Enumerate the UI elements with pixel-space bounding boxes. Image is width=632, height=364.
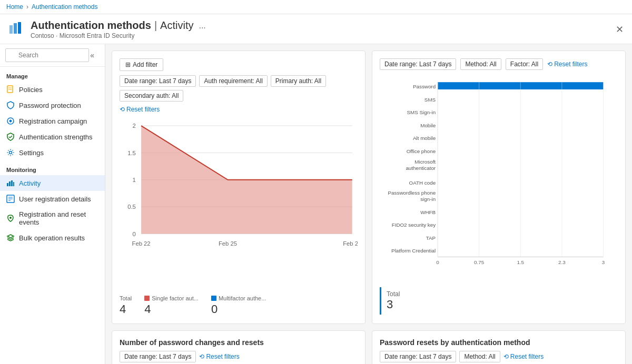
- svg-text:SMS Sign-in: SMS Sign-in: [407, 109, 436, 115]
- filter-bar-main: ⊞ Add filter: [120, 58, 358, 71]
- manage-section-label: Manage: [0, 67, 105, 82]
- sidebar-item-bulk-op[interactable]: Bulk operation results: [0, 230, 105, 246]
- page-header: Authentication methods | Activity ... Co…: [0, 14, 632, 44]
- settings-label: Settings: [19, 149, 44, 157]
- more-options-btn[interactable]: ...: [199, 21, 205, 31]
- total-multi-label: Multifactor authe...: [211, 295, 266, 301]
- close-button[interactable]: ✕: [616, 24, 624, 35]
- svg-text:2: 2: [133, 123, 136, 129]
- password-resets-filters: Date range: Last 7 days Method: All ⟲ Re…: [380, 351, 618, 362]
- bar-chart-card: Date range: Last 7 days Method: All Fact…: [372, 50, 626, 324]
- sidebar-item-password-protection[interactable]: Password protection: [0, 97, 105, 113]
- breadcrumb-home[interactable]: Home: [6, 3, 23, 11]
- bar-total-value: 3: [387, 298, 613, 311]
- sidebar-item-registration-campaign[interactable]: Registration campaign: [0, 113, 105, 129]
- sidebar-item-settings[interactable]: Settings: [0, 145, 105, 160]
- total-single-label: Single factor aut...: [144, 295, 199, 301]
- sidebar-item-activity[interactable]: Activity: [0, 175, 105, 191]
- policies-icon: [6, 85, 15, 94]
- top-chart-row: ⊞ Add filter Date range: Last 7 days Aut…: [112, 50, 626, 324]
- auth-strengths-icon: [6, 133, 15, 141]
- svg-text:WHFB: WHFB: [420, 209, 436, 215]
- password-protection-icon: [6, 101, 15, 109]
- total-multi-value: 0: [211, 302, 266, 316]
- reset-filters-link-pwr[interactable]: ⟲ Reset filters: [503, 353, 544, 360]
- breadcrumb: Home › Authentication methods: [6, 3, 97, 11]
- filter-icon: ⊞: [125, 61, 131, 68]
- password-protection-label: Password protection: [19, 102, 81, 109]
- svg-point-9: [9, 151, 12, 154]
- reset-icon-main: ⟲: [120, 106, 125, 113]
- svg-rect-0: [9, 25, 13, 34]
- single-factor-legend-dot: [144, 296, 150, 301]
- search-input[interactable]: [5, 48, 89, 62]
- auth-methods-icon: [8, 21, 25, 38]
- bar-total-label: Total: [387, 290, 613, 298]
- reset-filters-link-pw[interactable]: ⟲ Reset filters: [199, 353, 239, 360]
- svg-text:Mobile: Mobile: [420, 123, 436, 128]
- svg-text:Passwordless phone: Passwordless phone: [388, 190, 436, 196]
- svg-text:2.3: 2.3: [558, 259, 566, 265]
- svg-rect-1: [14, 23, 17, 34]
- password-resets-title: Password resets by authentication method: [380, 338, 618, 347]
- svg-text:Office phone: Office phone: [407, 148, 436, 154]
- collapse-sidebar-btn[interactable]: «: [90, 51, 94, 59]
- breadcrumb-current: Authentication methods: [32, 3, 97, 11]
- reset-icon-bar: ⟲: [547, 60, 552, 68]
- sidebar-item-auth-strengths[interactable]: Authentication strengths: [0, 129, 105, 145]
- svg-text:SMS: SMS: [424, 97, 436, 103]
- password-changes-card: Number of password changes and resets Da…: [112, 330, 366, 364]
- bar-chart-container: Password SMS SMS Sign-in Mobile Alt mobi…: [380, 75, 618, 282]
- sidebar-item-reg-reset[interactable]: Registration and reset events: [0, 207, 105, 230]
- bar-chart-filters: Date range: Last 7 days Method: All Fact…: [380, 58, 618, 70]
- svg-text:FIDO2 security key: FIDO2 security key: [392, 222, 436, 228]
- svg-text:1: 1: [133, 177, 136, 183]
- activity-icon: [6, 179, 15, 187]
- reg-reset-label: Registration and reset events: [19, 210, 98, 226]
- settings-icon: [6, 148, 15, 157]
- search-box: 🔍 «: [0, 44, 105, 67]
- pwr-filter-daterange[interactable]: Date range: Last 7 days: [380, 351, 456, 362]
- monitoring-section-label: Monitoring: [0, 160, 105, 175]
- add-filter-btn[interactable]: ⊞ Add filter: [120, 58, 163, 71]
- filter-chip-secondary-auth[interactable]: Secondary auth: All: [120, 90, 183, 102]
- bar-filter-method[interactable]: Method: All: [460, 58, 501, 70]
- total-item-single: Single factor aut... 4: [144, 295, 199, 316]
- total-single-value: 4: [144, 302, 199, 316]
- title-separator: |: [154, 19, 157, 32]
- svg-line-8: [10, 136, 12, 138]
- reset-filters-link-main[interactable]: ⟲ Reset filters: [120, 106, 358, 113]
- svg-text:authenticator: authenticator: [406, 165, 436, 171]
- pwr-filter-method[interactable]: Method: All: [459, 351, 500, 362]
- bar-chart-total-box: Total 3: [380, 287, 618, 315]
- user-reg-label: User registration details: [19, 195, 91, 203]
- filter-chip-primary-auth[interactable]: Primary auth: All: [271, 75, 326, 87]
- sidebar-item-policies[interactable]: Policies: [0, 82, 105, 97]
- user-reg-icon: [6, 195, 15, 203]
- bar-filter-factor[interactable]: Factor: All: [506, 58, 543, 70]
- page-title: Authentication methods: [31, 19, 151, 32]
- svg-text:sign-in: sign-in: [420, 196, 436, 202]
- reset-filters-link-bar[interactable]: ⟲ Reset filters: [547, 60, 587, 68]
- filter-chip-daterange[interactable]: Date range: Last 7 days: [120, 75, 196, 87]
- activity-label: Activity: [19, 179, 41, 187]
- svg-text:1.5: 1.5: [127, 150, 136, 156]
- reset-icon-pw: ⟲: [199, 353, 204, 360]
- password-changes-filters: Date range: Last 7 days ⟲ Reset filters: [120, 351, 358, 362]
- filter-chip-auth-req[interactable]: Auth requirement: All: [199, 75, 267, 87]
- bulk-op-label: Bulk operation results: [19, 234, 85, 242]
- sidebar-item-user-registration[interactable]: User registration details: [0, 191, 105, 207]
- svg-rect-10: [7, 183, 8, 186]
- svg-rect-11: [9, 181, 11, 186]
- area-chart-card: ⊞ Add filter Date range: Last 7 days Aut…: [112, 50, 366, 324]
- auth-strengths-label: Authentication strengths: [19, 133, 92, 141]
- registration-campaign-label: Registration campaign: [19, 117, 87, 125]
- svg-text:Feb 25: Feb 25: [219, 240, 237, 247]
- chart-totals-row: Total 4 Single factor aut... 4 Mult: [120, 295, 358, 316]
- breadcrumb-separator: ›: [26, 3, 28, 11]
- svg-text:Feb 22: Feb 22: [132, 240, 151, 247]
- bar-filter-daterange[interactable]: Date range: Last 7 days: [380, 58, 456, 70]
- svg-text:Platform Credential: Platform Credential: [391, 248, 436, 254]
- pw-filter-daterange[interactable]: Date range: Last 7 days: [120, 351, 196, 362]
- total-all-value: 4: [120, 302, 132, 316]
